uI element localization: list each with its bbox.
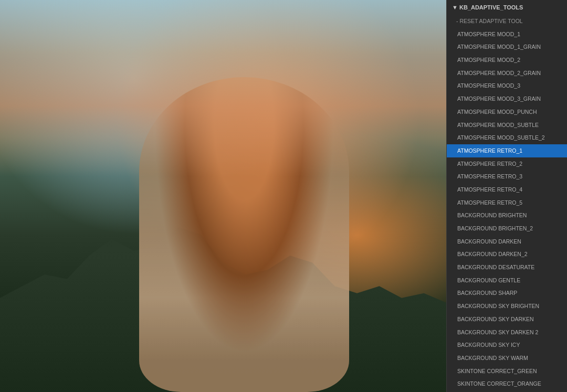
panel-item-bgdarken[interactable]: BACKGROUND DARKEN (447, 235, 567, 248)
panel-item-retro2[interactable]: ATMOSPHERE RETRO_2 (447, 157, 567, 171)
panel-item-skinorange[interactable]: SKINTONE CORRECT_ORANGE (447, 377, 567, 390)
panel-item-retro3[interactable]: ATMOSPHERE RETRO_3 (447, 170, 567, 183)
panel-item-mood2grain[interactable]: ATMOSPHERE MOOD_2_GRAIN (447, 67, 567, 80)
tools-panel: ▼ KB_ADAPTIVE_TOOLS RESET ADAPTIVE TOOLA… (446, 0, 567, 392)
photo-preview (0, 0, 446, 392)
panel-item-mood3[interactable]: ATMOSPHERE MOOD_3 (447, 79, 567, 92)
panel-item-bgskydarken[interactable]: BACKGROUND SKY DARKEN (447, 313, 567, 326)
panel-item-mood1[interactable]: ATMOSPHERE MOOD_1 (447, 28, 567, 41)
panel-item-moodpunch[interactable]: ATMOSPHERE MOOD_PUNCH (447, 105, 567, 119)
panel-item-mood1grain[interactable]: ATMOSPHERE MOOD_1_GRAIN (447, 40, 567, 54)
panel-item-skingreen[interactable]: SKINTONE CORRECT_GREEN (447, 365, 567, 378)
subject-figure (139, 77, 349, 392)
panel-item-moodsubtle2[interactable]: ATMOSPHERE MOOD_SUBTLE_2 (447, 131, 567, 144)
panel-item-bgskyicy[interactable]: BACKGROUND SKY ICY (447, 338, 567, 352)
panel-item-retro4[interactable]: ATMOSPHERE RETRO_4 (447, 183, 567, 196)
panel-item-mood2[interactable]: ATMOSPHERE MOOD_2 (447, 54, 567, 67)
panel-item-bgskywarm[interactable]: BACKGROUND SKY WARM (447, 352, 567, 365)
panel-item-reset[interactable]: RESET ADAPTIVE TOOL (447, 15, 567, 28)
panel-item-bggentle[interactable]: BACKGROUND GENTLE (447, 274, 567, 287)
panel-item-bgskybrighten[interactable]: BACKGROUND SKY BRIGHTEN (447, 300, 567, 313)
panel-item-mood3grain[interactable]: ATMOSPHERE MOOD_3_GRAIN (447, 92, 567, 105)
panel-item-retro1[interactable]: ATMOSPHERE RETRO_1 (447, 144, 567, 157)
panel-item-moodsubtle[interactable]: ATMOSPHERE MOOD_SUBTLE (447, 119, 567, 132)
panel-item-bgdesaturate[interactable]: BACKGROUND DESATURATE (447, 261, 567, 274)
panel-item-bgdarken2[interactable]: BACKGROUND DARKEN_2 (447, 248, 567, 261)
panel-item-bgbrighten[interactable]: BACKGROUND BRIGHTEN (447, 209, 567, 222)
panel-item-bgskydarken2[interactable]: BACKGROUND SKY DARKEN 2 (447, 326, 567, 339)
panel-item-retro5[interactable]: ATMOSPHERE RETRO_5 (447, 196, 567, 209)
photo-background (0, 0, 446, 392)
panel-item-bgbrighten2[interactable]: BACKGROUND BRIGHTEN_2 (447, 222, 567, 235)
panel-item-bgsharp[interactable]: BACKGROUND SHARP (447, 287, 567, 300)
panel-header[interactable]: ▼ KB_ADAPTIVE_TOOLS (447, 0, 567, 15)
